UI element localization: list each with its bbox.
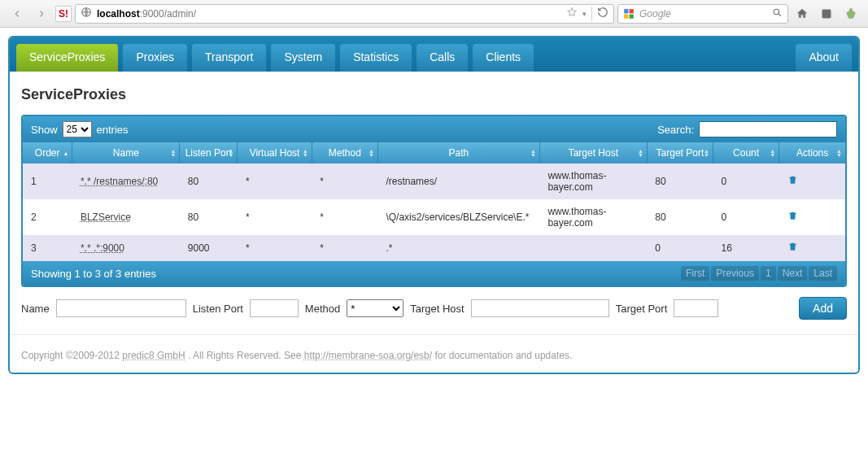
- page-title: ServiceProxies: [21, 86, 847, 103]
- cell-method: *: [312, 199, 377, 235]
- col-actions[interactable]: Actions▲▼: [779, 142, 845, 163]
- name-input[interactable]: [56, 299, 186, 317]
- length-show-label: Show: [31, 124, 58, 136]
- dropdown-icon[interactable]: ▾: [582, 10, 587, 18]
- search-label: Search:: [657, 124, 694, 136]
- tab-proxies[interactable]: Proxies: [123, 44, 187, 72]
- tab-statistics[interactable]: Statistics: [340, 44, 412, 72]
- cell-path: /restnames/: [377, 163, 539, 199]
- delete-icon[interactable]: [787, 177, 798, 188]
- length-entries-label: entries: [97, 124, 129, 136]
- cell-count: 0: [713, 163, 779, 199]
- footer: Copyright ©2009-2012 predic8 GmbH . All …: [10, 334, 858, 373]
- cell-target-port: 0: [647, 235, 713, 261]
- length-select[interactable]: 25: [63, 121, 92, 137]
- cell-target-host: www.thomas-bayer.com: [539, 163, 647, 199]
- col-path[interactable]: Path▲▼: [377, 142, 539, 163]
- datatable: Show 25 entries Search:: [21, 115, 847, 287]
- search-input[interactable]: [699, 121, 837, 137]
- svg-rect-6: [822, 9, 831, 18]
- globe-icon: [81, 7, 92, 20]
- listen-port-input[interactable]: [250, 299, 299, 317]
- home-button[interactable]: [792, 4, 813, 24]
- cell-target-port: 80: [647, 163, 713, 199]
- bookmark-star-icon[interactable]: [566, 7, 578, 20]
- proxy-name-link[interactable]: *.* /restnames/:80: [81, 176, 158, 187]
- name-label: Name: [21, 303, 50, 315]
- search-icon[interactable]: [772, 7, 783, 20]
- col-name[interactable]: Name▲▼: [72, 142, 180, 163]
- url-bar[interactable]: localhost:9000/admin/ ▾: [75, 4, 614, 24]
- cell-order: 2: [23, 199, 72, 235]
- proxy-name-link[interactable]: BLZService: [81, 211, 131, 223]
- listen-port-label: Listen Port: [193, 303, 243, 315]
- app-container: ServiceProxies Proxies Transport System …: [8, 36, 860, 374]
- svg-rect-1: [624, 9, 628, 13]
- table-row: 3*.* .*:90009000**.*016: [23, 235, 845, 261]
- cell-order: 3: [23, 235, 72, 261]
- table-row: 2BLZService80**\Q/axis2/services/BLZServ…: [23, 199, 845, 235]
- pager-prev[interactable]: Previous: [711, 266, 759, 281]
- cell-method: *: [312, 163, 377, 199]
- target-host-input[interactable]: [471, 299, 609, 317]
- tab-transport[interactable]: Transport: [192, 44, 266, 72]
- cell-listen-port: 80: [180, 199, 238, 235]
- cell-target-host: [539, 235, 647, 261]
- back-button[interactable]: [7, 4, 28, 24]
- delete-icon[interactable]: [787, 243, 798, 255]
- pager-last[interactable]: Last: [809, 266, 837, 281]
- cell-target-port: 80: [647, 199, 713, 235]
- pager-first[interactable]: First: [681, 266, 709, 281]
- tab-system[interactable]: System: [271, 44, 335, 72]
- main-tab-bar: ServiceProxies Proxies Transport System …: [10, 37, 858, 72]
- pager: First Previous 1 Next Last: [681, 266, 837, 281]
- extension-button[interactable]: [840, 4, 861, 24]
- tab-clients[interactable]: Clients: [473, 44, 534, 72]
- forward-button[interactable]: [31, 4, 52, 24]
- footer-docs-link[interactable]: http://membrane-soa.org/esb/: [304, 350, 432, 361]
- svg-rect-4: [630, 14, 634, 18]
- cell-listen-port: 9000: [180, 235, 238, 261]
- col-order[interactable]: Order▲: [23, 142, 72, 163]
- col-target-port[interactable]: Target Port▲▼: [647, 142, 713, 163]
- cell-count: 16: [713, 235, 779, 261]
- reload-button[interactable]: [597, 7, 608, 20]
- table-row: 1*.* /restnames/:8080**/restnames/www.th…: [23, 163, 845, 199]
- method-select[interactable]: *: [347, 299, 403, 317]
- pager-next[interactable]: Next: [778, 266, 808, 281]
- cell-target-host: www.thomas-bayer.com: [539, 199, 647, 235]
- browser-search-placeholder: Google: [639, 8, 671, 20]
- col-virtual-host[interactable]: Virtual Host▲▼: [238, 142, 312, 163]
- cell-listen-port: 80: [180, 163, 238, 199]
- cell-vhost: *: [238, 235, 312, 261]
- proxy-name-link[interactable]: *.* .*:9000: [81, 242, 124, 254]
- cell-vhost: *: [238, 199, 312, 235]
- pager-page-1[interactable]: 1: [761, 266, 776, 281]
- target-port-label: Target Port: [616, 303, 668, 315]
- col-target-host[interactable]: Target Host▲▼: [539, 142, 647, 163]
- tab-about[interactable]: About: [796, 44, 852, 72]
- google-icon: [623, 8, 635, 20]
- cell-method: *: [312, 235, 377, 261]
- browser-search[interactable]: Google: [617, 4, 788, 24]
- bookmarks-button[interactable]: [816, 4, 837, 24]
- col-count[interactable]: Count▲▼: [713, 142, 779, 163]
- tab-calls[interactable]: Calls: [417, 44, 468, 72]
- cell-path: .*: [377, 235, 539, 261]
- add-button[interactable]: Add: [799, 297, 847, 320]
- delete-icon[interactable]: [787, 212, 798, 224]
- footer-company-link[interactable]: predic8 GmbH: [122, 350, 185, 361]
- tab-serviceproxies[interactable]: ServiceProxies: [16, 44, 118, 72]
- browser-toolbar: S! localhost:9000/admin/ ▾ Google: [0, 0, 868, 28]
- target-host-label: Target Host: [410, 303, 464, 315]
- url-text: localhost:9000/admin/: [97, 8, 196, 20]
- cell-path: \Q/axis2/services/BLZService\E.*: [377, 199, 539, 235]
- col-method[interactable]: Method▲▼: [312, 142, 377, 163]
- cell-order: 1: [23, 163, 72, 199]
- svg-point-5: [774, 9, 779, 15]
- col-listen-port[interactable]: Listen Port▲▼: [180, 142, 238, 163]
- svg-rect-2: [630, 9, 634, 13]
- cell-vhost: *: [238, 163, 312, 199]
- target-port-input[interactable]: [674, 299, 718, 317]
- method-label: Method: [305, 303, 340, 315]
